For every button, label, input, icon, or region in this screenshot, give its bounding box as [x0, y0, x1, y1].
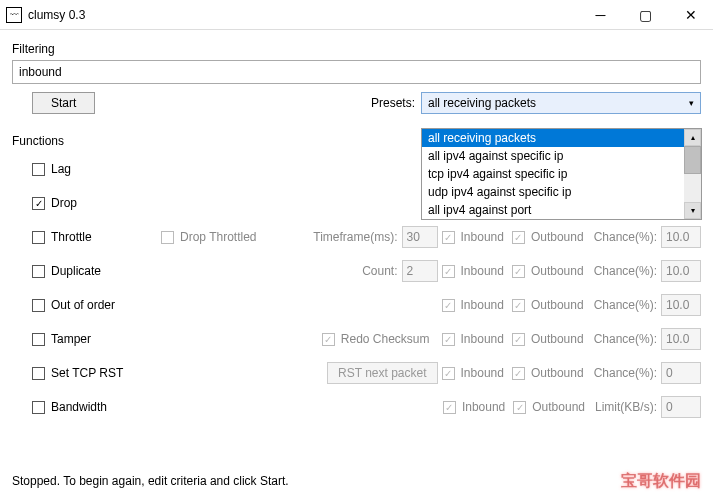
- lag-label: Lag: [51, 162, 161, 176]
- inbound-label: Inbound: [461, 366, 504, 380]
- drop-label: Drop: [51, 196, 161, 210]
- throttle-label: Throttle: [51, 230, 161, 244]
- settcprst-label: Set TCP RST: [51, 366, 161, 380]
- settcprst-outbound-checkbox[interactable]: [512, 367, 525, 380]
- duplicate-chance-input[interactable]: [661, 260, 701, 282]
- drop-throttled-checkbox[interactable]: [161, 231, 174, 244]
- tamper-checkbox[interactable]: [32, 333, 45, 346]
- redo-checksum-label: Redo Checksum: [341, 332, 430, 346]
- inbound-label: Inbound: [461, 264, 504, 278]
- outbound-label: Outbound: [531, 230, 584, 244]
- duplicate-inbound-checkbox[interactable]: [442, 265, 455, 278]
- chance-label: Chance(%):: [594, 366, 657, 380]
- dropdown-item[interactable]: all receiving packets: [422, 129, 701, 147]
- scroll-down-icon[interactable]: ▾: [684, 202, 701, 219]
- outoforder-row: Out of order Inbound Outbound Chance(%):: [12, 288, 701, 322]
- tamper-label: Tamper: [51, 332, 161, 346]
- chevron-down-icon: ▾: [689, 98, 694, 108]
- duplicate-outbound-checkbox[interactable]: [512, 265, 525, 278]
- presets-label: Presets:: [371, 96, 415, 110]
- drop-checkbox[interactable]: [32, 197, 45, 210]
- duplicate-row: Duplicate Count: Inbound Outbound Chance…: [12, 254, 701, 288]
- bandwidth-outbound-checkbox[interactable]: [513, 401, 526, 414]
- outoforder-inbound-checkbox[interactable]: [442, 299, 455, 312]
- settcprst-chance-input[interactable]: [661, 362, 701, 384]
- bandwidth-label: Bandwidth: [51, 400, 161, 414]
- throttle-chance-input[interactable]: [661, 226, 701, 248]
- chance-label: Chance(%):: [594, 230, 657, 244]
- throttle-outbound-checkbox[interactable]: [512, 231, 525, 244]
- chance-label: Chance(%):: [594, 264, 657, 278]
- outbound-label: Outbound: [531, 332, 584, 346]
- bandwidth-checkbox[interactable]: [32, 401, 45, 414]
- limit-label: Limit(KB/s):: [595, 400, 657, 414]
- throttle-row: Throttle Drop Throttled Timeframe(ms): I…: [12, 220, 701, 254]
- outbound-label: Outbound: [532, 400, 585, 414]
- settcprst-checkbox[interactable]: [32, 367, 45, 380]
- window-title: clumsy 0.3: [28, 8, 578, 22]
- presets-selected-text: all receiving packets: [428, 96, 536, 110]
- tamper-inbound-checkbox[interactable]: [442, 333, 455, 346]
- settcprst-inbound-checkbox[interactable]: [442, 367, 455, 380]
- bandwidth-inbound-checkbox[interactable]: [443, 401, 456, 414]
- outoforder-outbound-checkbox[interactable]: [512, 299, 525, 312]
- dropdown-item[interactable]: all ipv4 against specific ip: [422, 147, 701, 165]
- lag-checkbox[interactable]: [32, 163, 45, 176]
- filter-input[interactable]: [12, 60, 701, 84]
- outoforder-label: Out of order: [51, 298, 161, 312]
- tamper-outbound-checkbox[interactable]: [512, 333, 525, 346]
- duplicate-checkbox[interactable]: [32, 265, 45, 278]
- presets-select[interactable]: all receiving packets ▾: [421, 92, 701, 114]
- dropdown-item[interactable]: tcp ipv4 against specific ip: [422, 165, 701, 183]
- settcprst-row: Set TCP RST RST next packet Inbound Outb…: [12, 356, 701, 390]
- dropdown-item[interactable]: udp ipv4 against specific ip: [422, 183, 701, 201]
- throttle-inbound-checkbox[interactable]: [442, 231, 455, 244]
- minimize-button[interactable]: ─: [578, 0, 623, 30]
- outoforder-checkbox[interactable]: [32, 299, 45, 312]
- dropdown-scrollbar[interactable]: ▴ ▾: [684, 129, 701, 219]
- count-input[interactable]: [402, 260, 438, 282]
- presets-dropdown[interactable]: all receiving packets all ipv4 against s…: [421, 128, 702, 220]
- close-button[interactable]: ✕: [668, 0, 713, 30]
- chance-label: Chance(%):: [594, 298, 657, 312]
- filtering-label: Filtering: [12, 42, 701, 56]
- status-text: Stopped. To begin again, edit criteria a…: [12, 474, 289, 488]
- inbound-label: Inbound: [461, 332, 504, 346]
- bandwidth-limit-input[interactable]: [661, 396, 701, 418]
- outbound-label: Outbound: [531, 298, 584, 312]
- tamper-row: Tamper Redo Checksum Inbound Outbound Ch…: [12, 322, 701, 356]
- outbound-label: Outbound: [531, 264, 584, 278]
- start-button[interactable]: Start: [32, 92, 95, 114]
- inbound-label: Inbound: [462, 400, 505, 414]
- redo-checksum-checkbox[interactable]: [322, 333, 335, 346]
- inbound-label: Inbound: [461, 230, 504, 244]
- watermark: 宝哥软件园: [621, 471, 701, 492]
- rst-next-packet-button[interactable]: RST next packet: [327, 362, 438, 384]
- maximize-button[interactable]: ▢: [623, 0, 668, 30]
- dropdown-item[interactable]: all ipv4 against port: [422, 201, 701, 219]
- scroll-up-icon[interactable]: ▴: [684, 129, 701, 146]
- chance-label: Chance(%):: [594, 332, 657, 346]
- outbound-label: Outbound: [531, 366, 584, 380]
- throttle-checkbox[interactable]: [32, 231, 45, 244]
- inbound-label: Inbound: [461, 298, 504, 312]
- app-icon: 〰: [6, 7, 22, 23]
- timeframe-label: Timeframe(ms):: [313, 230, 397, 244]
- bandwidth-row: Bandwidth Inbound Outbound Limit(KB/s):: [12, 390, 701, 424]
- drop-throttled-label: Drop Throttled: [180, 230, 256, 244]
- tamper-chance-input[interactable]: [661, 328, 701, 350]
- outoforder-chance-input[interactable]: [661, 294, 701, 316]
- timeframe-input[interactable]: [402, 226, 438, 248]
- count-label: Count:: [362, 264, 397, 278]
- duplicate-label: Duplicate: [51, 264, 161, 278]
- scroll-thumb[interactable]: [684, 146, 701, 174]
